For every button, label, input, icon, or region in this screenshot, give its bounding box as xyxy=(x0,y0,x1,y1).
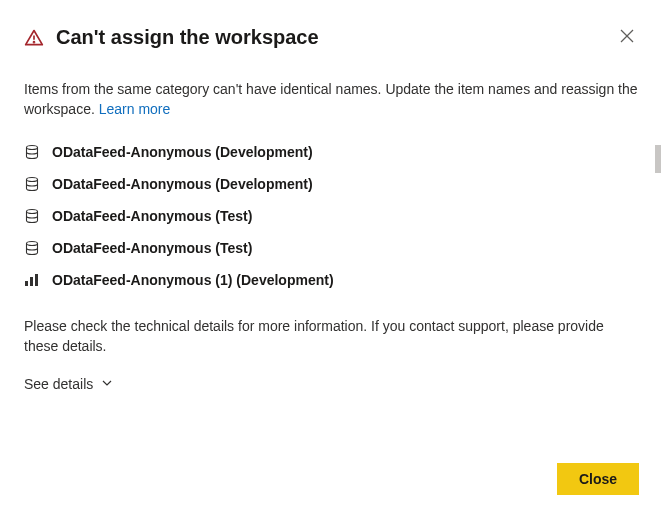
svg-point-5 xyxy=(27,177,38,181)
database-icon xyxy=(24,208,40,224)
close-icon xyxy=(619,28,635,47)
list-item-label: ODataFeed-Anonymous (1) (Development) xyxy=(52,272,334,288)
list-item-label: ODataFeed-Anonymous (Development) xyxy=(52,176,313,192)
warning-icon xyxy=(24,28,44,48)
list-item-label: ODataFeed-Anonymous (Test) xyxy=(52,208,252,224)
see-details-label: See details xyxy=(24,376,93,392)
svg-rect-8 xyxy=(25,281,28,286)
error-dialog: Can't assign the workspace Items from th… xyxy=(0,0,663,519)
list-item: ODataFeed-Anonymous (1) (Development) xyxy=(24,272,639,288)
close-icon-button[interactable] xyxy=(615,24,639,51)
dialog-body-text: Items from the same category can't have … xyxy=(24,79,639,120)
list-item: ODataFeed-Anonymous (Development) xyxy=(24,144,639,160)
dialog-title: Can't assign the workspace xyxy=(56,26,319,49)
dialog-header: Can't assign the workspace xyxy=(24,24,639,51)
list-item-label: ODataFeed-Anonymous (Test) xyxy=(52,240,252,256)
list-item-label: ODataFeed-Anonymous (Development) xyxy=(52,144,313,160)
dialog-footer: Close xyxy=(24,463,639,495)
technical-detail-text: Please check the technical details for m… xyxy=(24,316,639,357)
svg-rect-10 xyxy=(35,274,38,286)
svg-rect-9 xyxy=(30,277,33,286)
database-icon xyxy=(24,240,40,256)
chart-icon xyxy=(24,272,40,288)
conflict-items-list: ODataFeed-Anonymous (Development)ODataFe… xyxy=(24,144,639,288)
svg-point-4 xyxy=(27,145,38,149)
svg-point-1 xyxy=(34,41,35,42)
scrollbar-thumb[interactable] xyxy=(655,145,661,173)
database-icon xyxy=(24,176,40,192)
chevron-down-icon xyxy=(101,376,113,392)
database-icon xyxy=(24,144,40,160)
list-item: ODataFeed-Anonymous (Test) xyxy=(24,240,639,256)
header-left: Can't assign the workspace xyxy=(24,26,319,49)
see-details-toggle[interactable]: See details xyxy=(24,376,639,392)
list-item: ODataFeed-Anonymous (Test) xyxy=(24,208,639,224)
list-item: ODataFeed-Anonymous (Development) xyxy=(24,176,639,192)
svg-point-7 xyxy=(27,241,38,245)
svg-point-6 xyxy=(27,209,38,213)
close-button[interactable]: Close xyxy=(557,463,639,495)
learn-more-link[interactable]: Learn more xyxy=(99,101,171,117)
